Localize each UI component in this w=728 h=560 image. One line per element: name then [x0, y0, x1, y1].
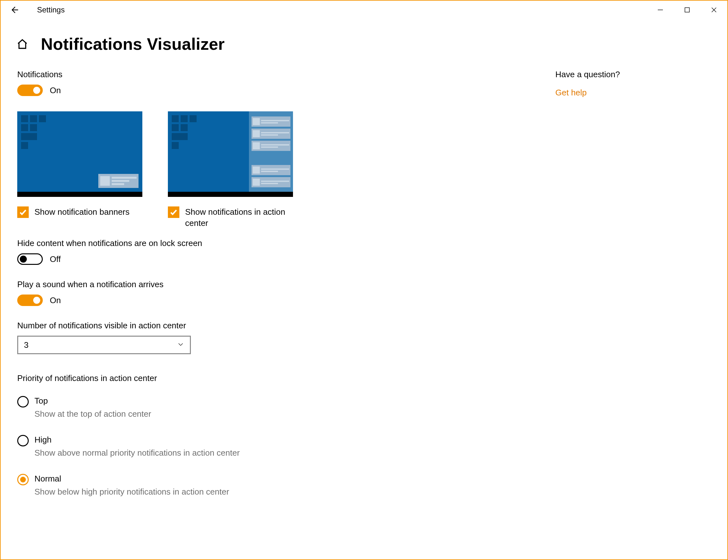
- priority-option-high: High Show above normal priority notifica…: [17, 435, 715, 458]
- priority-option-top: Top Show at the top of action center: [17, 396, 715, 419]
- action-center-preview-item: Show notifications in action center: [168, 111, 293, 229]
- get-help-link[interactable]: Get help: [555, 88, 689, 98]
- help-panel: Have a question? Get help: [555, 70, 689, 98]
- priority-top-label: Top: [34, 396, 151, 406]
- help-title: Have a question?: [555, 70, 689, 79]
- banner-preview-item: Show notification banners: [17, 111, 142, 229]
- notifications-toggle-state: On: [50, 86, 61, 95]
- hide-lock-label: Hide content when notifications are on l…: [17, 238, 715, 248]
- play-sound-toggle-state: On: [50, 295, 61, 305]
- num-visible-dropdown[interactable]: 3: [17, 336, 191, 354]
- notifications-toggle[interactable]: [17, 85, 43, 96]
- priority-normal-label: Normal: [34, 474, 229, 484]
- show-banners-checkbox[interactable]: [17, 206, 29, 218]
- show-banners-label: Show notification banners: [34, 206, 130, 218]
- maximize-button[interactable]: [674, 1, 701, 19]
- num-visible-label: Number of notifications visible in actio…: [17, 321, 715, 331]
- content-area: Notifications On: [17, 70, 721, 558]
- hide-lock-toggle[interactable]: [17, 253, 43, 265]
- priority-radio-group: Top Show at the top of action center Hig…: [17, 396, 715, 497]
- priority-radio-top[interactable]: [17, 396, 29, 407]
- page-title: Notifications Visualizer: [41, 34, 225, 54]
- num-visible-value: 3: [24, 340, 28, 350]
- play-sound-setting: Play a sound when a notification arrives…: [17, 280, 715, 306]
- priority-setting: Priority of notifications in action cent…: [17, 373, 715, 497]
- hide-lock-setting: Hide content when notifications are on l…: [17, 238, 715, 265]
- priority-option-normal: Normal Show below high priority notifica…: [17, 474, 715, 497]
- home-icon[interactable]: [16, 38, 29, 50]
- show-action-center-label: Show notifications in action center: [185, 206, 290, 229]
- back-button[interactable]: [6, 2, 22, 18]
- svg-rect-1: [685, 8, 689, 12]
- preview-row: Show notification banners: [17, 111, 715, 229]
- play-sound-toggle[interactable]: [17, 295, 43, 306]
- action-center-preview-thumb: [168, 111, 293, 197]
- page-header: Notifications Visualizer: [1, 19, 727, 54]
- minimize-button[interactable]: [647, 1, 674, 19]
- close-button[interactable]: [701, 1, 727, 19]
- priority-label: Priority of notifications in action cent…: [17, 373, 715, 383]
- priority-radio-high[interactable]: [17, 435, 29, 446]
- num-visible-setting: Number of notifications visible in actio…: [17, 321, 715, 354]
- action-center-panel: [249, 111, 293, 192]
- priority-top-desc: Show at the top of action center: [34, 409, 151, 419]
- app-title: Settings: [37, 5, 65, 14]
- title-bar: Settings: [1, 1, 727, 19]
- priority-high-label: High: [34, 435, 240, 445]
- chevron-down-icon: [177, 340, 184, 350]
- priority-normal-desc: Show below high priority notifications i…: [34, 487, 229, 497]
- play-sound-label: Play a sound when a notification arrives: [17, 280, 715, 289]
- priority-radio-normal[interactable]: [17, 474, 29, 485]
- priority-high-desc: Show above normal priority notifications…: [34, 448, 240, 458]
- banner-preview-thumb: [17, 111, 142, 197]
- show-action-center-checkbox[interactable]: [168, 206, 179, 218]
- window-controls: [647, 1, 727, 19]
- hide-lock-toggle-state: Off: [50, 254, 61, 264]
